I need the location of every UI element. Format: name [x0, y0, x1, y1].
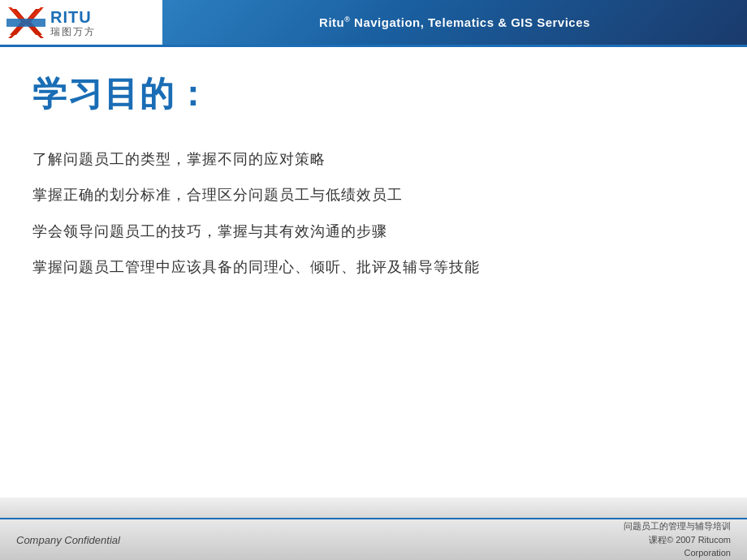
page-title: 学习目的：: [32, 71, 715, 117]
logo-area: RITU 瑞图万方: [0, 0, 162, 45]
footer-copyright: 问题员工的管理与辅导培训 课程© 2007 Ritucom Corporatio…: [624, 519, 731, 560]
list-item-3: 学会领导问题员工的技巧，掌握与其有效沟通的步骤: [32, 213, 715, 249]
list-item-4: 掌握问题员工管理中应该具备的同理心、倾听、批评及辅导等技能: [32, 249, 715, 285]
footer-copyright-line2: 课程© 2007 Ritucom: [649, 535, 731, 545]
header-tagline-area: Ritu® Navigation, Telematics & GIS Servi…: [162, 0, 747, 45]
ritu-logo-icon: [6, 6, 45, 40]
footer-copyright-line3: Corporation: [684, 548, 731, 558]
logo-chinese-name: 瑞图万方: [50, 27, 96, 37]
bottom-band: [0, 498, 747, 518]
logo-brand-name: RITU: [50, 9, 96, 25]
list-item-1: 了解问题员工的类型，掌握不同的应对策略: [32, 141, 715, 177]
footer-copyright-line1: 问题员工的管理与辅导培训: [624, 521, 731, 531]
main-content: 学习目的： 了解问题员工的类型，掌握不同的应对策略掌握正确的划分标准，合理区分问…: [0, 47, 747, 518]
header-tagline: Ritu® Navigation, Telematics & GIS Servi…: [319, 15, 590, 29]
tagline-rest: Navigation, Telematics & GIS Services: [350, 15, 590, 29]
header: RITU 瑞图万方 Ritu® Navigation, Telematics &…: [0, 0, 747, 47]
logo-text: RITU 瑞图万方: [50, 9, 96, 37]
tagline-brand: Ritu: [319, 15, 344, 29]
svg-rect-3: [6, 19, 45, 27]
list-item-2: 掌握正确的划分标准，合理区分问题员工与低绩效员工: [32, 177, 715, 213]
content-list: 了解问题员工的类型，掌握不同的应对策略掌握正确的划分标准，合理区分问题员工与低绩…: [32, 141, 715, 286]
footer-confidential: Company Confidential: [16, 534, 120, 546]
footer: Company Confidential 问题员工的管理与辅导培训 课程© 20…: [0, 518, 747, 560]
